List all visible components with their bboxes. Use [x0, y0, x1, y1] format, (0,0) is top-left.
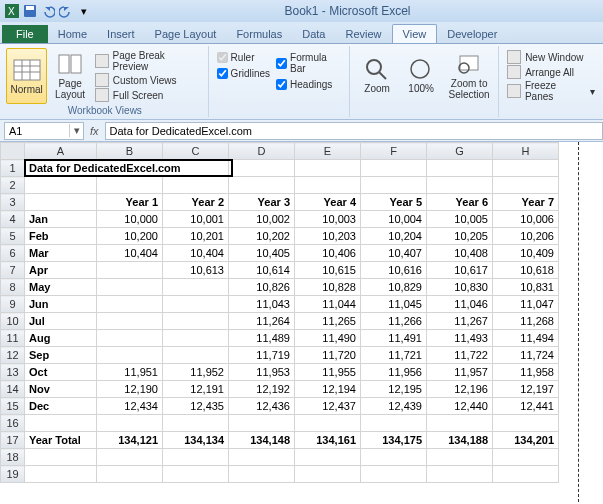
cell[interactable]: 11,952	[163, 364, 229, 381]
cell[interactable]: Oct	[25, 364, 97, 381]
cell[interactable]: 12,434	[97, 398, 163, 415]
cell[interactable]: 11,953	[229, 364, 295, 381]
cell[interactable]: 10,204	[361, 228, 427, 245]
cell[interactable]	[229, 177, 295, 194]
col-header[interactable]: G	[427, 143, 493, 160]
tab-data[interactable]: Data	[292, 25, 335, 43]
page-break-preview-button[interactable]: Page Break Preview	[95, 50, 202, 72]
col-header[interactable]: E	[295, 143, 361, 160]
cell[interactable]: 10,406	[295, 245, 361, 262]
cell[interactable]: 12,436	[229, 398, 295, 415]
cell[interactable]	[163, 296, 229, 313]
zoom-button[interactable]: Zoom	[356, 48, 398, 103]
tab-insert[interactable]: Insert	[97, 25, 145, 43]
cell[interactable]: May	[25, 279, 97, 296]
cell[interactable]	[25, 194, 97, 211]
cell[interactable]: Year 2	[163, 194, 229, 211]
cell[interactable]: 10,006	[493, 211, 559, 228]
name-box[interactable]: A1 ▾	[4, 122, 84, 140]
row-header[interactable]: 18	[1, 449, 25, 466]
worksheet-grid[interactable]: ABCDEFGH1Data for DedicatedExcel.com23Ye…	[0, 142, 603, 502]
cell[interactable]: Year 4	[295, 194, 361, 211]
cell[interactable]: 10,826	[229, 279, 295, 296]
col-header[interactable]: F	[361, 143, 427, 160]
namebox-dropdown-icon[interactable]: ▾	[69, 124, 83, 137]
cell[interactable]: 10,616	[361, 262, 427, 279]
arrange-all-button[interactable]: Arrange All	[507, 65, 595, 79]
cell[interactable]: 10,830	[427, 279, 493, 296]
cell[interactable]: 10,617	[427, 262, 493, 279]
save-icon[interactable]	[22, 3, 38, 19]
col-header[interactable]: B	[97, 143, 163, 160]
cell[interactable]	[427, 160, 493, 177]
cell[interactable]	[97, 347, 163, 364]
cell[interactable]	[163, 449, 229, 466]
cell[interactable]	[25, 415, 97, 432]
row-header[interactable]: 15	[1, 398, 25, 415]
cell[interactable]: 10,409	[493, 245, 559, 262]
cell[interactable]: 10,404	[163, 245, 229, 262]
cell[interactable]: 10,203	[295, 228, 361, 245]
cell[interactable]: 10,405	[229, 245, 295, 262]
cell[interactable]	[97, 177, 163, 194]
redo-icon[interactable]	[58, 3, 74, 19]
cell[interactable]	[163, 415, 229, 432]
cell[interactable]: 11,724	[493, 347, 559, 364]
cell[interactable]: 11,491	[361, 330, 427, 347]
cell[interactable]	[25, 449, 97, 466]
cell[interactable]: 11,720	[295, 347, 361, 364]
row-header[interactable]: 10	[1, 313, 25, 330]
cell[interactable]: 10,615	[295, 262, 361, 279]
page-layout-button[interactable]: Page Layout	[49, 48, 90, 104]
cell[interactable]: 134,175	[361, 432, 427, 449]
cell[interactable]: 11,044	[295, 296, 361, 313]
col-header[interactable]: H	[493, 143, 559, 160]
row-header[interactable]: 19	[1, 466, 25, 483]
row-header[interactable]: 16	[1, 415, 25, 432]
cell[interactable]: 11,267	[427, 313, 493, 330]
cell[interactable]: 10,831	[493, 279, 559, 296]
zoom-to-selection-button[interactable]: Zoom to Selection	[444, 48, 494, 103]
tab-review[interactable]: Review	[335, 25, 391, 43]
cell[interactable]	[25, 466, 97, 483]
cell[interactable]	[229, 160, 295, 177]
cell[interactable]	[97, 296, 163, 313]
cell[interactable]: 11,047	[493, 296, 559, 313]
custom-views-button[interactable]: Custom Views	[95, 73, 202, 87]
cell[interactable]	[97, 466, 163, 483]
cell[interactable]	[361, 415, 427, 432]
cell[interactable]: 10,613	[163, 262, 229, 279]
tab-file[interactable]: File	[2, 25, 48, 43]
tab-view[interactable]: View	[392, 24, 438, 43]
col-header[interactable]: C	[163, 143, 229, 160]
cell[interactable]	[163, 177, 229, 194]
cell[interactable]: 10,407	[361, 245, 427, 262]
cell[interactable]: 134,188	[427, 432, 493, 449]
cell[interactable]: 11,046	[427, 296, 493, 313]
cell[interactable]	[427, 449, 493, 466]
cell[interactable]	[427, 466, 493, 483]
cell[interactable]: 10,000	[97, 211, 163, 228]
cell[interactable]: 10,614	[229, 262, 295, 279]
cell[interactable]: 11,265	[295, 313, 361, 330]
cell[interactable]: 134,161	[295, 432, 361, 449]
cell[interactable]: Year 5	[361, 194, 427, 211]
cell[interactable]	[163, 313, 229, 330]
cell[interactable]: 10,828	[295, 279, 361, 296]
cell[interactable]: Year 6	[427, 194, 493, 211]
row-header[interactable]: 1	[1, 160, 25, 177]
row-header[interactable]: 11	[1, 330, 25, 347]
normal-view-button[interactable]: Normal	[6, 48, 47, 104]
cell[interactable]: 12,440	[427, 398, 493, 415]
qat-dropdown-icon[interactable]: ▾	[76, 3, 92, 19]
select-all-corner[interactable]	[1, 143, 25, 160]
cell[interactable]: 11,722	[427, 347, 493, 364]
row-header[interactable]: 2	[1, 177, 25, 194]
cell[interactable]: 11,490	[295, 330, 361, 347]
cell[interactable]	[361, 160, 427, 177]
cell[interactable]	[361, 177, 427, 194]
cell[interactable]	[163, 330, 229, 347]
cell[interactable]: Year Total	[25, 432, 97, 449]
cell[interactable]	[163, 279, 229, 296]
fx-icon[interactable]: fx	[90, 125, 99, 137]
